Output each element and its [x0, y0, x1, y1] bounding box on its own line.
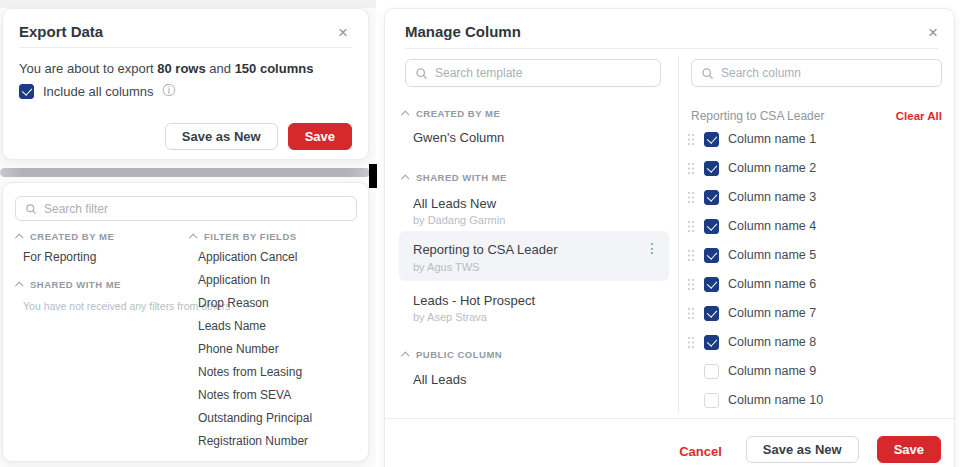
filter-by-fields-label: FILTER BY FIELDS — [204, 231, 297, 242]
column-checkbox[interactable] — [704, 364, 719, 379]
field-item[interactable]: Drop Reason — [198, 296, 269, 310]
manage-modal-footer: Cancel Save as New Save — [385, 418, 954, 467]
manage-modal-title: Manage Column — [405, 23, 521, 40]
search-filter-field[interactable] — [15, 196, 357, 221]
field-item[interactable]: Phone Number — [198, 342, 279, 356]
save-as-new-button[interactable]: Save as New — [165, 123, 278, 150]
column-checkbox[interactable] — [704, 248, 719, 263]
column-checkbox[interactable] — [704, 132, 719, 147]
shared-with-me-label: SHARED WITH ME — [416, 172, 507, 183]
column-checkbox[interactable] — [704, 161, 719, 176]
save-as-new-button[interactable]: Save as New — [746, 436, 859, 463]
template-item[interactable]: All Leads New — [413, 196, 496, 211]
field-item[interactable]: Application In — [198, 273, 270, 287]
field-item[interactable]: Leads Name — [198, 319, 266, 333]
column-label: Column name 5 — [728, 248, 816, 262]
drag-handle-icon[interactable] — [687, 307, 695, 320]
public-column-header[interactable]: PUBLIC COLUMN — [403, 349, 502, 360]
manage-column-modal: Manage Column × CREATED BY ME Gwen's Col… — [384, 8, 955, 467]
search-icon — [25, 203, 37, 215]
export-summary-prefix: You are about to export — [19, 61, 157, 76]
column-checkbox[interactable] — [704, 335, 719, 350]
column-checkbox[interactable] — [704, 306, 719, 321]
shared-with-me-header[interactable]: SHARED WITH ME — [17, 279, 121, 290]
filter-item[interactable]: For Reporting — [23, 250, 96, 264]
drag-handle-icon[interactable] — [687, 220, 695, 233]
search-icon — [415, 67, 428, 80]
info-icon[interactable]: ⓘ — [163, 82, 176, 100]
screen: Export Data × You are about to export 80… — [0, 0, 960, 467]
close-icon[interactable]: × — [338, 26, 348, 40]
template-name: Reporting to CSA Leader — [413, 242, 558, 257]
clear-all-link[interactable]: Clear All — [896, 110, 942, 122]
column-row: Column name 1 — [687, 129, 816, 149]
selected-template-name: Reporting to CSA Leader — [691, 109, 824, 123]
shared-with-me-label: SHARED WITH ME — [30, 279, 121, 290]
template-item[interactable]: Leads - Hot Prospect — [413, 293, 535, 308]
public-column-label: PUBLIC COLUMN — [416, 349, 502, 360]
column-row: Column name 5 — [687, 245, 816, 265]
template-item[interactable]: All Leads — [413, 372, 466, 387]
cancel-button[interactable]: Cancel — [679, 444, 728, 459]
created-by-me-header[interactable]: CREATED BY ME — [403, 108, 500, 119]
search-column-field[interactable] — [691, 59, 942, 87]
column-label: Column name 8 — [728, 335, 816, 349]
export-summary-text: You are about to export 80 rows and 150 … — [19, 61, 313, 76]
export-summary-and: and — [206, 61, 235, 76]
drag-handle-icon[interactable] — [687, 133, 695, 146]
column-label: Column name 7 — [728, 306, 816, 320]
template-author: by Asep Strava — [413, 311, 487, 323]
close-icon[interactable]: × — [928, 26, 938, 40]
filter-panel: CREATED BY ME For Reporting SHARED WITH … — [2, 182, 369, 462]
kebab-menu-icon[interactable]: ⋮ — [645, 240, 659, 256]
column-checkbox[interactable] — [704, 277, 719, 292]
created-by-me-label: CREATED BY ME — [30, 231, 114, 242]
export-columns-count: 150 columns — [235, 61, 314, 76]
filter-by-fields-header[interactable]: FILTER BY FIELDS — [191, 231, 297, 242]
drag-handle-icon[interactable] — [687, 249, 695, 262]
export-data-modal: Export Data × You are about to export 80… — [2, 8, 369, 160]
column-label: Column name 6 — [728, 277, 816, 291]
shared-with-me-header[interactable]: SHARED WITH ME — [403, 172, 507, 183]
horizontal-scrollbar[interactable] — [0, 168, 370, 177]
column-checkbox[interactable] — [704, 219, 719, 234]
include-all-checkbox[interactable] — [19, 84, 34, 99]
drag-handle-icon[interactable] — [687, 162, 695, 175]
chevron-up-icon — [189, 233, 197, 241]
field-item[interactable]: Registration Number — [198, 434, 308, 448]
field-item[interactable]: Notes from Leasing — [198, 365, 302, 379]
column-label: Column name 4 — [728, 219, 816, 233]
chevron-up-icon — [401, 174, 409, 182]
field-item[interactable]: Outstanding Principal — [198, 411, 312, 425]
template-item-selected[interactable]: Reporting to CSA Leader by Agus TWS ⋮ — [399, 231, 669, 281]
created-by-me-header[interactable]: CREATED BY ME — [17, 231, 114, 242]
column-label: Column name 1 — [728, 132, 816, 146]
save-button[interactable]: Save — [288, 123, 352, 150]
column-row: Column name 3 — [687, 187, 816, 207]
field-item[interactable]: Application Cancel — [198, 250, 297, 264]
save-button[interactable]: Save — [877, 436, 941, 463]
search-template-input[interactable] — [435, 66, 651, 80]
search-icon — [701, 67, 714, 80]
background-overflow-artifact — [369, 164, 377, 188]
drag-handle-icon[interactable] — [687, 191, 695, 204]
drag-handle-icon[interactable] — [687, 336, 695, 349]
template-author: by Agus TWS — [413, 261, 479, 273]
column-list-header: Reporting to CSA Leader Clear All — [691, 109, 942, 123]
column-checkbox[interactable] — [704, 393, 719, 408]
search-column-input[interactable] — [721, 66, 932, 80]
search-template-field[interactable] — [405, 59, 661, 87]
divider — [405, 48, 938, 49]
template-item[interactable]: Gwen's Column — [413, 130, 504, 145]
chevron-up-icon — [15, 233, 23, 241]
column-row: Column name 10 — [687, 390, 823, 410]
drag-handle-icon[interactable] — [687, 278, 695, 291]
created-by-me-label: CREATED BY ME — [416, 108, 500, 119]
column-label: Column name 2 — [728, 161, 816, 175]
field-item[interactable]: Notes from SEVA — [198, 388, 291, 402]
column-checkbox[interactable] — [704, 190, 719, 205]
search-filter-input[interactable] — [44, 202, 347, 216]
export-rows-count: 80 rows — [157, 61, 205, 76]
column-label: Column name 10 — [728, 393, 823, 407]
column-row: Column name 6 — [687, 274, 816, 294]
